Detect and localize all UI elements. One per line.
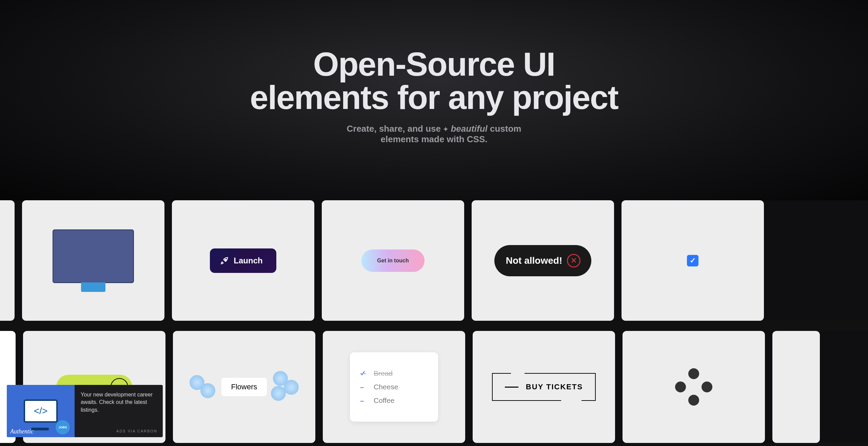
card-edge[interactable] — [772, 331, 820, 443]
list-item-label: Coffee — [374, 396, 395, 405]
ad-image: </> Authentic JOBS — [7, 385, 75, 437]
card-flowers[interactable]: Flowers — [173, 331, 315, 443]
card-monitor[interactable] — [22, 200, 164, 321]
card-get-in-touch[interactable]: Get in touch — [322, 200, 464, 321]
not-allowed-button[interactable]: Not allowed! ✕ — [494, 245, 591, 276]
hero-title-line2: elements for any project — [250, 79, 618, 116]
ad-jobs-badge: JOBS — [56, 420, 70, 434]
checklist: ✓Bread –Cheese –Coffee — [350, 352, 438, 422]
list-item[interactable]: –Coffee — [360, 396, 423, 405]
petal-icon — [271, 386, 286, 401]
hero-subtitle: Create, share, and use ✦ beautiful custo… — [339, 124, 529, 145]
card-checkbox[interactable]: ✓ — [622, 200, 764, 321]
monitor-stand-icon — [81, 282, 105, 292]
dpad-loader — [675, 368, 712, 406]
carbon-ad[interactable]: </> Authentic JOBS Your new development … — [7, 385, 163, 437]
flowers-button[interactable]: Flowers — [221, 378, 267, 396]
petal-icon — [284, 380, 299, 395]
buy-tickets-label: BUY TICKETS — [526, 383, 583, 391]
monitor-graphic — [53, 229, 134, 292]
dot-icon — [688, 395, 699, 406]
hero-sub-pre: Create, share, and use — [347, 124, 441, 134]
petal-icon — [200, 383, 215, 398]
get-in-touch-button[interactable]: Get in touch — [361, 249, 424, 272]
dash-icon — [505, 387, 518, 388]
svg-point-0 — [225, 259, 226, 260]
list-item-label: Cheese — [374, 383, 398, 391]
card-launch[interactable]: Launch — [172, 200, 314, 321]
dash-icon: – — [360, 383, 366, 391]
hero-title-line1: Open-Source UI — [313, 45, 555, 83]
ad-brand: Authentic — [10, 428, 34, 435]
ad-text: Your new development career awaits. Chec… — [81, 392, 153, 413]
ad-via[interactable]: ADS VIA CARBON — [116, 429, 157, 434]
dot-icon — [702, 382, 712, 392]
card-buy-tickets[interactable]: BUY TICKETS — [473, 331, 615, 443]
launch-button[interactable]: Launch — [210, 248, 276, 273]
hero-title: Open-Source UI elements for any project — [250, 48, 618, 114]
list-item[interactable]: ✓Bread — [360, 369, 423, 377]
close-circle-icon: ✕ — [567, 254, 580, 267]
rocket-icon — [220, 256, 230, 265]
check-icon: ✓ — [360, 369, 366, 377]
not-allowed-label: Not allowed! — [506, 255, 562, 266]
list-item[interactable]: –Cheese — [360, 383, 423, 391]
sparkle-icon: ✦ — [443, 126, 448, 133]
list-item-label: Bread — [374, 369, 393, 377]
card-text-input[interactable] — [0, 200, 15, 321]
hero: Open-Source UI elements for any project … — [0, 0, 868, 200]
dash-icon: – — [360, 396, 366, 405]
checkbox-checked[interactable]: ✓ — [687, 255, 698, 266]
card-not-allowed[interactable]: Not allowed! ✕ — [472, 200, 614, 321]
card-checklist[interactable]: ✓Bread –Cheese –Coffee — [323, 331, 465, 443]
monitor-screen-icon — [53, 229, 134, 283]
card-dpad[interactable] — [623, 331, 765, 443]
buy-tickets-button[interactable]: BUY TICKETS — [492, 373, 596, 401]
ad-monitor-icon: </> — [24, 399, 58, 423]
dot-icon — [688, 368, 699, 379]
cards-row-1: Launch Get in touch Not allowed! ✕ ✓ — [0, 200, 868, 321]
dot-icon — [675, 382, 686, 392]
ad-text-wrap: Your new development career awaits. Chec… — [75, 385, 163, 437]
launch-label: Launch — [234, 256, 262, 265]
hero-sub-beautiful: beautiful — [451, 124, 487, 134]
